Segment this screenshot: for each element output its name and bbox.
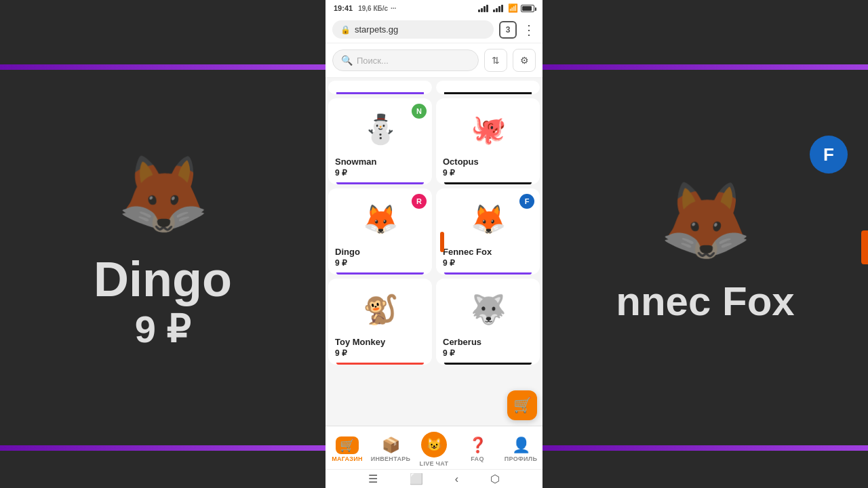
fennec-fox-accent — [440, 232, 444, 252]
filter-button[interactable]: ⚙ — [513, 49, 536, 72]
url-text: starpets.gg — [355, 24, 398, 35]
profile-label: ПРОФИЛЬ — [505, 455, 537, 462]
card-dingo[interactable]: R 🦊 Dingo 9 ₽ — [328, 188, 432, 274]
octopus-price: 9 ₽ — [443, 168, 533, 178]
bg-left-title: Dingo — [94, 251, 232, 307]
livechat-icon-bg: 😺 — [421, 432, 447, 458]
sys-home-button[interactable]: ⬜ — [410, 472, 423, 485]
status-bar: 19:41 19,6 КБ/с ··· 📶 — [326, 0, 542, 16]
background-right: 🦊 nnec Fox F — [542, 0, 868, 488]
fennec-fox-indicator — [444, 272, 532, 274]
inventory-label: ИНВЕНТАРЬ — [371, 455, 411, 462]
tab-count[interactable]: 3 — [499, 21, 517, 39]
status-dots: ··· — [391, 5, 396, 12]
badge-fennec-fox: F — [519, 194, 534, 209]
octopus-indicator — [444, 182, 532, 184]
signal-bars — [478, 5, 488, 12]
partial-card-right — [436, 81, 540, 94]
sys-menu-button[interactable]: ☰ — [368, 472, 378, 485]
bg-left-price: 9 ₽ — [135, 307, 191, 351]
cerberus-name: Cerberus — [443, 337, 533, 347]
bg-right-animal: 🦊 — [659, 177, 752, 264]
badge-dingo: R — [412, 194, 427, 209]
toy-monkey-price: 9 ₽ — [335, 348, 425, 358]
inventory-icon: 📦 — [382, 436, 400, 454]
cart-fab-button[interactable]: 🛒 — [507, 390, 537, 420]
cerberus-price: 9 ₽ — [443, 348, 533, 358]
search-box[interactable]: 🔍 Поиск... — [332, 49, 479, 71]
search-icon: 🔍 — [341, 55, 353, 66]
shop-label: МАГАЗИН — [332, 455, 363, 462]
bg-right-title: nnec Fox — [616, 278, 794, 325]
nav-shop[interactable]: 🛒 МАГАЗИН — [326, 436, 369, 462]
orange-accent-bar — [861, 230, 868, 264]
browser-menu-button[interactable]: ⋮ — [522, 22, 536, 38]
status-time: 19:41 — [334, 4, 353, 12]
search-placeholder: Поиск... — [357, 56, 389, 66]
card-toy-monkey[interactable]: 🐒 Toy Monkey 9 ₽ — [328, 279, 432, 365]
address-bar[interactable]: 🔒 starpets.gg 3 ⋮ — [326, 16, 542, 43]
bottom-navigation: 🛒 МАГАЗИН 📦 ИНВЕНТАРЬ 😺 LIVE ЧАТ ❓ FAQ 👤… — [326, 426, 542, 469]
fennec-fox-name: Fennec Fox — [443, 247, 533, 257]
faq-label: FAQ — [471, 455, 484, 462]
cart-fab-icon: 🛒 — [513, 396, 532, 414]
badge-snowman: N — [412, 104, 427, 119]
octopus-image: 🐙 — [443, 105, 533, 152]
profile-icon: 👤 — [512, 436, 530, 454]
livechat-icon: 😺 — [427, 437, 441, 452]
system-nav-bar: ☰ ⬜ ‹ ⬡ — [326, 469, 542, 488]
dingo-price: 9 ₽ — [335, 258, 425, 268]
url-bar[interactable]: 🔒 starpets.gg — [332, 20, 494, 39]
nav-profile[interactable]: 👤 ПРОФИЛЬ — [499, 436, 542, 462]
bg-left-animal: 🦊 — [117, 150, 210, 238]
card-octopus[interactable]: 🐙 Octopus 9 ₽ — [436, 98, 540, 184]
card-fennec-fox[interactable]: F 🦊 Fennec Fox 9 ₽ — [436, 188, 540, 274]
status-data: 19,6 КБ/с — [358, 5, 388, 12]
sys-recent-button[interactable]: ⬡ — [490, 472, 500, 485]
toy-monkey-indicator — [336, 363, 424, 365]
faq-icon: ❓ — [469, 436, 487, 454]
f-avatar: F — [810, 136, 848, 174]
nav-faq[interactable]: ❓ FAQ — [456, 436, 499, 462]
card-snowman[interactable]: N ⛄ Snowman 9 ₽ — [328, 98, 432, 184]
octopus-name: Octopus — [443, 157, 533, 167]
snowman-indicator — [336, 182, 424, 184]
dingo-name: Dingo — [335, 247, 425, 257]
lock-icon: 🔒 — [340, 25, 351, 35]
partial-card-left — [328, 81, 432, 94]
livechat-label: LIVE ЧАТ — [420, 460, 449, 467]
nav-livechat[interactable]: 😺 LIVE ЧАТ — [412, 432, 456, 467]
filter-icon: ⚙ — [520, 55, 529, 66]
product-grid: N ⛄ Snowman 9 ₽ 🐙 Octopus 9 ₽ R 🦊 Dingo … — [328, 98, 540, 365]
phone-frame: 19:41 19,6 КБ/с ··· 📶 — [326, 0, 542, 488]
fennec-fox-price: 9 ₽ — [443, 258, 533, 268]
wifi-icon: 📶 — [508, 3, 518, 13]
partial-cards-row — [328, 81, 540, 94]
signal-bars-2 — [493, 5, 503, 12]
snowman-price: 9 ₽ — [335, 168, 425, 178]
sort-icon: ⇅ — [492, 55, 500, 66]
sys-back-button[interactable]: ‹ — [455, 473, 458, 485]
product-grid-area: N ⛄ Snowman 9 ₽ 🐙 Octopus 9 ₽ R 🦊 Dingo … — [326, 78, 542, 426]
shop-icon: 🛒 — [336, 436, 359, 454]
snowman-name: Snowman — [335, 157, 425, 167]
cerberus-indicator — [444, 363, 532, 365]
sort-button[interactable]: ⇅ — [484, 49, 507, 72]
nav-inventory[interactable]: 📦 ИНВЕНТАРЬ — [369, 436, 412, 462]
card-cerberus[interactable]: 🐺 Cerberus 9 ₽ — [436, 279, 540, 365]
background-left: 🦊 Dingo 9 ₽ — [0, 0, 326, 488]
dingo-indicator — [336, 272, 424, 274]
cerberus-image: 🐺 — [443, 285, 533, 333]
toy-monkey-image: 🐒 — [335, 285, 425, 333]
battery-icon — [521, 5, 534, 12]
toy-monkey-name: Toy Monkey — [335, 337, 425, 347]
search-area: 🔍 Поиск... ⇅ ⚙ — [326, 43, 542, 78]
